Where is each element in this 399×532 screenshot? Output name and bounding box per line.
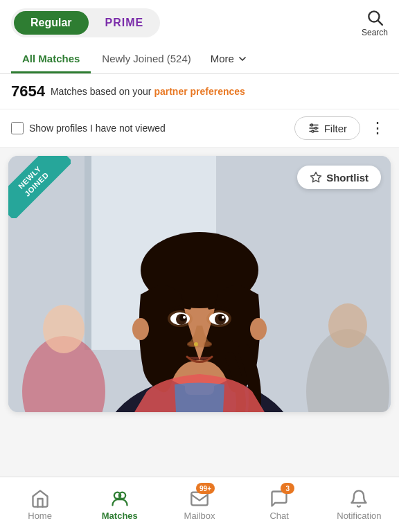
svg-point-7 xyxy=(312,130,314,132)
nav-mailbox[interactable]: 99+ Mailbox xyxy=(159,477,239,532)
nav-chat[interactable]: 3 Chat xyxy=(240,477,319,532)
partner-preferences-link[interactable]: partner preferences xyxy=(154,86,245,97)
svg-point-30 xyxy=(222,316,224,319)
match-description: Matches based on your partner preference… xyxy=(51,86,245,97)
filter-icon xyxy=(308,122,320,134)
unviewed-profiles-label: Show profiles I have not viewed xyxy=(29,123,166,134)
regular-plan-button[interactable]: Regular xyxy=(14,11,89,35)
nav-matches[interactable]: Matches xyxy=(80,477,159,532)
svg-point-29 xyxy=(183,316,186,319)
prime-plan-button[interactable]: PRIME xyxy=(91,11,158,35)
svg-point-33 xyxy=(194,342,198,346)
newly-joined-badge: NEWLYJOINED xyxy=(8,156,71,218)
star-icon xyxy=(310,171,322,184)
search-button[interactable]: Search xyxy=(362,8,388,37)
search-label: Search xyxy=(362,28,388,37)
header-top: Regular PRIME Search xyxy=(11,8,388,37)
svg-point-14 xyxy=(328,303,367,348)
bottom-nav: Home Matches 99+ Mailbox 3 Chat Notifica xyxy=(0,477,399,532)
match-text-prefix: Matches based on your xyxy=(51,86,154,97)
matches-label: Matches xyxy=(102,511,138,521)
tab-all-matches[interactable]: All Matches xyxy=(11,46,91,73)
match-info-bar: 7654 Matches based on your partner prefe… xyxy=(0,74,399,109)
tab-more[interactable]: More xyxy=(202,46,256,73)
filter-button[interactable]: Filter xyxy=(294,116,360,140)
svg-point-32 xyxy=(204,342,212,347)
tab-more-label: More xyxy=(211,53,234,64)
svg-marker-34 xyxy=(311,172,321,182)
chat-badge: 3 xyxy=(281,483,294,494)
profile-card: NEWLYJOINED Shortlist xyxy=(8,156,391,412)
svg-rect-10 xyxy=(85,156,91,350)
home-label: Home xyxy=(28,511,52,521)
filter-bar: Show profiles I have not viewed Filter ⋮ xyxy=(0,109,399,148)
filter-button-label: Filter xyxy=(324,123,347,134)
mailbox-badge: 99+ xyxy=(196,483,215,494)
svg-point-12 xyxy=(43,305,85,353)
header: Regular PRIME Search All Matches Newly J… xyxy=(0,0,399,74)
tabs: All Matches Newly Joined (524) More xyxy=(11,46,388,73)
filter-right-section: Filter ⋮ xyxy=(294,116,388,140)
more-options-button[interactable]: ⋮ xyxy=(367,118,388,139)
match-count: 7654 xyxy=(11,82,45,100)
matches-icon xyxy=(110,489,130,508)
plan-toggle: Regular PRIME xyxy=(11,8,160,37)
home-icon xyxy=(30,489,50,508)
unviewed-profiles-checkbox[interactable] xyxy=(11,122,24,134)
nav-notification[interactable]: Notification xyxy=(319,477,399,532)
svg-point-20 xyxy=(250,318,267,340)
svg-line-1 xyxy=(378,21,382,25)
svg-point-19 xyxy=(132,318,149,340)
chevron-down-icon xyxy=(237,53,248,64)
nav-home[interactable]: Home xyxy=(0,477,80,532)
svg-point-4 xyxy=(310,124,312,126)
mailbox-label: Mailbox xyxy=(184,511,215,521)
shortlist-button-label: Shortlist xyxy=(326,172,369,184)
tab-newly-joined[interactable]: Newly Joined (524) xyxy=(91,46,202,73)
notification-icon xyxy=(349,489,369,508)
newly-joined-label: NEWLYJOINED xyxy=(8,156,71,218)
svg-point-5 xyxy=(314,127,317,130)
chat-label: Chat xyxy=(269,511,288,521)
search-icon xyxy=(366,8,384,26)
notification-label: Notification xyxy=(337,511,381,521)
unviewed-profiles-checkbox-label[interactable]: Show profiles I have not viewed xyxy=(11,122,166,134)
shortlist-button[interactable]: Shortlist xyxy=(297,166,381,189)
